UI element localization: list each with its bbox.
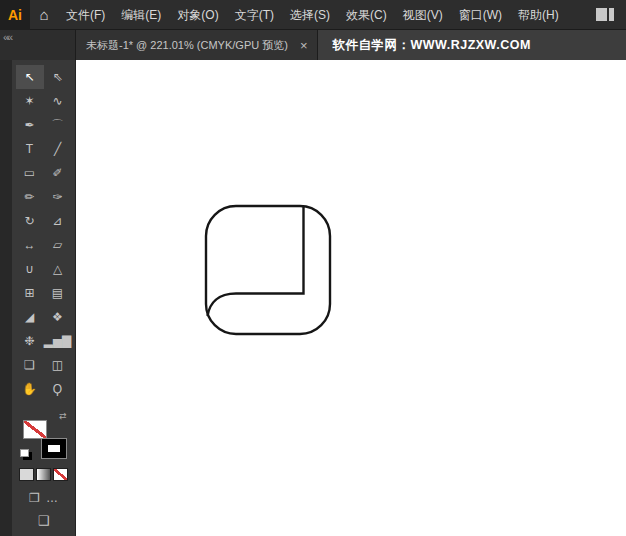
left-dock-rail (0, 60, 12, 536)
hand-tool[interactable]: ✋ (16, 377, 44, 401)
canvas[interactable] (76, 60, 626, 536)
close-tab-icon[interactable]: × (300, 38, 308, 53)
menu-file[interactable]: 文件(F) (58, 0, 113, 30)
artwork-layer (76, 60, 626, 536)
zoom-tool[interactable]: Ϙ (44, 377, 72, 401)
perspective-grid-tool[interactable]: △ (44, 257, 72, 281)
menu-edit[interactable]: 编辑(E) (113, 0, 169, 30)
free-transform-tool[interactable]: ▱ (44, 233, 72, 257)
gradient-button[interactable] (36, 468, 51, 481)
curvature-tool[interactable]: ⌒ (44, 113, 72, 137)
fill-color-well[interactable] (23, 420, 47, 439)
column-graph-tool[interactable]: ▂▅▇ (44, 329, 72, 353)
screen-mode-icon[interactable]: ❐ (29, 491, 40, 505)
menubar: Ai ⌂ 文件(F)编辑(E)对象(O)文字(T)选择(S)效果(C)视图(V)… (0, 0, 626, 30)
watermark-text: 软件自学网：WWW.RJZXW.COM (318, 30, 626, 60)
menu-type[interactable]: 文字(T) (227, 0, 282, 30)
rectangle-tool[interactable]: ▭ (16, 161, 44, 185)
symbol-sprayer-tool[interactable]: ❉ (16, 329, 44, 353)
menu-help[interactable]: 帮助(H) (510, 0, 567, 30)
blend-tool[interactable]: ❖ (44, 305, 72, 329)
type-tool[interactable]: T (16, 137, 44, 161)
shape-builder-tool[interactable]: ∪ (16, 257, 44, 281)
color-mode-buttons (19, 468, 68, 481)
stroke-color-well[interactable] (42, 439, 66, 458)
tools-grid: ↖⇖✶∿✒⌒T╱▭✐✏✑↻⊿↔▱∪△⊞▤◢❖❉▂▅▇❏◫✋Ϙ (16, 65, 72, 401)
menu-select[interactable]: 选择(S) (282, 0, 338, 30)
none-fill-slash-icon (24, 421, 46, 438)
selection-tool[interactable]: ↖ (16, 65, 44, 89)
direct-selection-tool[interactable]: ⇖ (44, 65, 72, 89)
width-tool[interactable]: ↔ (16, 233, 44, 257)
toolbar-bottom-icons: ❐ … (29, 491, 58, 505)
blob-brush-tool[interactable]: ✑ (44, 185, 72, 209)
document-tab[interactable]: 未标题-1* @ 221.01% (CMYK/GPU 预览) × (76, 30, 318, 60)
edit-toolbar-icon[interactable]: … (46, 491, 58, 505)
rotate-tool[interactable]: ↻ (16, 209, 44, 233)
menu-object[interactable]: 对象(O) (169, 0, 226, 30)
mesh-tool[interactable]: ⊞ (16, 281, 44, 305)
magic-wand-tool[interactable]: ✶ (16, 89, 44, 113)
workspace-panels-icon[interactable] (596, 8, 616, 21)
swap-fill-stroke-icon[interactable]: ⇄ (59, 411, 67, 421)
slice-tool[interactable]: ◫ (44, 353, 72, 377)
artboard-tool[interactable]: ❏ (16, 353, 44, 377)
home-icon[interactable]: ⌂ (30, 0, 58, 30)
eyedropper-tool[interactable]: ◢ (16, 305, 44, 329)
toolbar-panel-header: «« (0, 30, 76, 60)
arrange-windows-icon[interactable]: ❑ (38, 513, 50, 528)
color-button[interactable] (19, 468, 34, 481)
scale-tool[interactable]: ⊿ (44, 209, 72, 233)
menu-effect[interactable]: 效果(C) (338, 0, 395, 30)
fill-stroke-wells: ⇄ (19, 413, 69, 459)
default-colors-icon[interactable] (20, 449, 29, 457)
artwork-rounded-page-shape[interactable] (206, 206, 330, 334)
tools-panel: ↖⇖✶∿✒⌒T╱▭✐✏✑↻⊿↔▱∪△⊞▤◢❖❉▂▅▇❏◫✋Ϙ ⇄ ❐ … ❑ (12, 60, 76, 536)
illustrator-logo-icon: Ai (0, 0, 30, 30)
pen-tool[interactable]: ✒ (16, 113, 44, 137)
gradient-tool[interactable]: ▤ (44, 281, 72, 305)
menu-view[interactable]: 视图(V) (395, 0, 451, 30)
menu-items: 文件(F)编辑(E)对象(O)文字(T)选择(S)效果(C)视图(V)窗口(W)… (58, 0, 567, 30)
none-button[interactable] (53, 468, 68, 481)
lasso-tool[interactable]: ∿ (44, 89, 72, 113)
pencil-tool[interactable]: ✏ (16, 185, 44, 209)
main-area: ↖⇖✶∿✒⌒T╱▭✐✏✑↻⊿↔▱∪△⊞▤◢❖❉▂▅▇❏◫✋Ϙ ⇄ ❐ … ❑ (0, 60, 626, 536)
menu-window[interactable]: 窗口(W) (451, 0, 510, 30)
tabbar: «« 未标题-1* @ 221.01% (CMYK/GPU 预览) × 软件自学… (0, 30, 626, 60)
line-segment-tool[interactable]: ╱ (44, 137, 72, 161)
collapse-panel-icon[interactable]: «« (3, 32, 11, 43)
document-tab-title: 未标题-1* @ 221.01% (CMYK/GPU 预览) (86, 38, 288, 53)
paintbrush-tool[interactable]: ✐ (44, 161, 72, 185)
